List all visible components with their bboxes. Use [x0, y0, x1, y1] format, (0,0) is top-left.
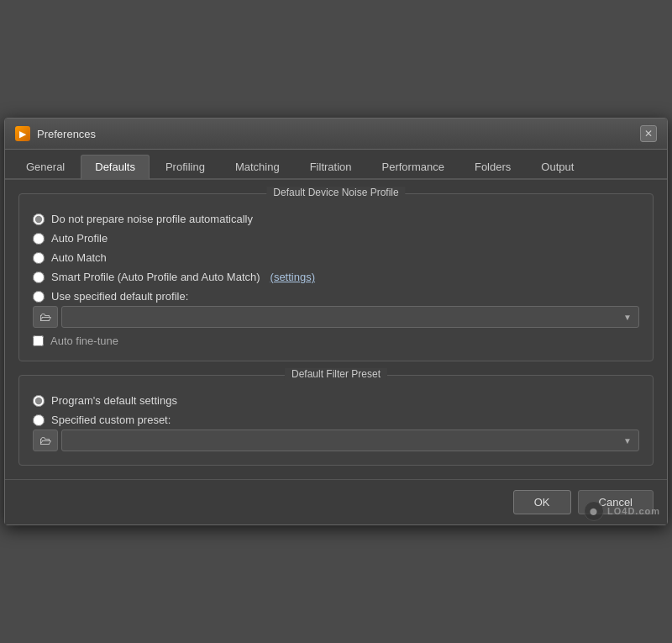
radio-programs-default[interactable]: Program's default settings — [33, 394, 639, 407]
radio-auto-match-label: Auto Match — [51, 251, 107, 264]
tab-output[interactable]: Output — [527, 155, 588, 178]
radio-custom-preset-label: Specified custom preset: — [51, 414, 171, 426]
preferences-dialog: ▶ Preferences ✕ General Defaults Profili… — [4, 118, 668, 525]
radio-smart-profile-label: Smart Profile (Auto Profile and Auto Mat… — [51, 271, 260, 283]
radio-smart-profile[interactable]: Smart Profile (Auto Profile and Auto Mat… — [33, 271, 639, 283]
profile-dropdown-row: 🗁 ▼ — [33, 306, 639, 328]
auto-finetune-row: Auto fine-tune — [33, 335, 639, 347]
tab-defaults[interactable]: Defaults — [81, 155, 150, 180]
filter-preset-group: Default Filter Preset Program's default … — [18, 375, 654, 466]
radio-custom-preset[interactable]: Specified custom preset: — [33, 414, 639, 426]
watermark: ⬤ LO4D.com — [584, 501, 660, 521]
tab-profiling[interactable]: Profiling — [151, 155, 219, 178]
radio-auto-profile-label: Auto Profile — [51, 232, 108, 245]
noise-profile-options: Do not prepare noise profile automatical… — [33, 213, 639, 303]
preset-dropdown-row: 🗁 ▼ — [33, 430, 639, 451]
radio-no-auto-label: Do not prepare noise profile automatical… — [51, 213, 253, 225]
settings-link[interactable]: (settings) — [270, 271, 315, 283]
noise-profile-title: Default Device Noise Profile — [266, 187, 405, 198]
radio-specified[interactable]: Use specified default profile: — [33, 290, 639, 303]
app-icon: ▶ — [15, 126, 30, 141]
radio-no-auto[interactable]: Do not prepare noise profile automatical… — [33, 213, 639, 225]
radio-auto-profile[interactable]: Auto Profile — [33, 232, 639, 245]
preset-dropdown-arrow: ▼ — [623, 436, 632, 445]
main-content: Default Device Noise Profile Do not prep… — [5, 180, 667, 479]
tab-performance[interactable]: Performance — [368, 155, 459, 178]
watermark-logo: ⬤ — [584, 501, 604, 521]
auto-finetune-checkbox[interactable] — [33, 335, 44, 346]
noise-profile-group: Default Device Noise Profile Do not prep… — [18, 193, 654, 361]
dialog-title: Preferences — [37, 128, 96, 140]
ok-button[interactable]: OK — [513, 490, 571, 514]
watermark-text: LO4D.com — [607, 506, 660, 516]
title-bar: ▶ Preferences ✕ — [5, 119, 667, 150]
tab-folders[interactable]: Folders — [460, 155, 525, 178]
profile-folder-button[interactable]: 🗁 — [33, 306, 58, 328]
profile-dropdown[interactable]: ▼ — [61, 306, 639, 328]
filter-preset-options: Program's default settings Specified cus… — [33, 394, 639, 426]
filter-preset-title: Default Filter Preset — [285, 368, 387, 380]
preset-dropdown[interactable]: ▼ — [61, 430, 639, 451]
tab-general[interactable]: General — [12, 155, 79, 178]
preset-folder-button[interactable]: 🗁 — [33, 430, 58, 451]
tab-matching[interactable]: Matching — [221, 155, 294, 178]
profile-dropdown-arrow: ▼ — [623, 313, 632, 322]
title-bar-left: ▶ Preferences — [15, 126, 96, 141]
radio-auto-match[interactable]: Auto Match — [33, 251, 639, 264]
radio-specified-label: Use specified default profile: — [51, 290, 188, 303]
footer: OK Cancel ⬤ LO4D.com — [5, 479, 667, 524]
tab-filtration[interactable]: Filtration — [296, 155, 366, 178]
auto-finetune-label: Auto fine-tune — [50, 335, 118, 347]
close-button[interactable]: ✕ — [640, 125, 657, 142]
tab-bar: General Defaults Profiling Matching Filt… — [5, 150, 667, 180]
radio-programs-default-label: Program's default settings — [51, 394, 177, 407]
